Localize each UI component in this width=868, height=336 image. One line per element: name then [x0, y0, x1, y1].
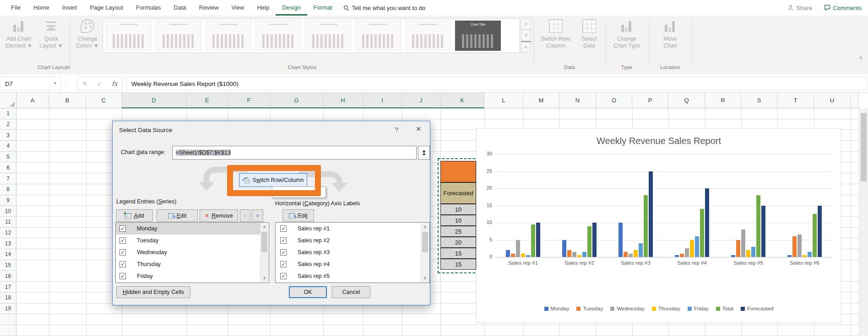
- chart-style-thumbnail[interactable]: [355, 21, 401, 51]
- tab-home[interactable]: Home: [27, 0, 56, 16]
- chart-style-thumbnail[interactable]: Chart Title: [455, 21, 501, 51]
- column-header-O[interactable]: O: [596, 93, 632, 108]
- axis-item-sales-rep-3[interactable]: ✓Sales rep #3: [276, 246, 426, 258]
- row-header-19[interactable]: 19: [0, 304, 16, 315]
- bar-total-4[interactable]: [700, 209, 704, 257]
- series-item-tuesday[interactable]: ✓Tuesday: [116, 235, 264, 246]
- bar-tuesday-1[interactable]: [511, 254, 515, 257]
- chart-style-thumbnail[interactable]: [255, 21, 301, 51]
- column-header-K[interactable]: K: [440, 93, 484, 108]
- row-header-11[interactable]: 11: [0, 217, 16, 228]
- checkbox-checked[interactable]: ✓: [280, 237, 287, 244]
- bar-total-6[interactable]: [813, 214, 817, 257]
- cancel-entry-icon[interactable]: ✕: [82, 80, 87, 87]
- column-header-E[interactable]: E: [186, 93, 228, 108]
- gallery-scroll-up-button[interactable]: ∧: [521, 18, 531, 30]
- edit-series-button[interactable]: ✎ Edit: [157, 209, 198, 222]
- series-item-monday[interactable]: ✓Monday: [116, 223, 264, 235]
- gallery-scroll-down-button[interactable]: ∨: [521, 30, 531, 41]
- column-header-T[interactable]: T: [777, 93, 814, 108]
- ok-button[interactable]: OK: [289, 286, 327, 298]
- bar-total-3[interactable]: [644, 195, 648, 257]
- series-item-thursday[interactable]: ✓Thursday: [116, 258, 264, 270]
- remove-series-button[interactable]: ✕ Remove: [200, 209, 238, 222]
- chart-styles-gallery[interactable]: Chart Title: [103, 18, 520, 53]
- bar-monday-5[interactable]: [731, 255, 735, 257]
- tab-help[interactable]: Help: [250, 0, 276, 16]
- bar-monday-6[interactable]: [787, 255, 792, 257]
- move-series-up-button[interactable]: ∧: [240, 209, 250, 222]
- name-box[interactable]: D7 ▼: [0, 77, 61, 91]
- chart-legend[interactable]: MondayTuesdayWednesdayThursdayFridayTota…: [477, 306, 841, 311]
- column-header-A[interactable]: A: [16, 93, 49, 108]
- chart-style-thumbnail[interactable]: [106, 21, 152, 51]
- checkbox-checked[interactable]: ✓: [119, 225, 126, 232]
- cancel-button[interactable]: Cancel: [332, 286, 370, 298]
- scrollbar-thumb[interactable]: [422, 232, 428, 252]
- column-header-M[interactable]: M: [523, 93, 559, 108]
- bar-tuesday-6[interactable]: [792, 236, 797, 257]
- bar-wednesday-3[interactable]: [629, 254, 633, 257]
- ribbon-switch-row-column-button[interactable]: Switch Row/Column: [537, 18, 575, 64]
- row-header-10[interactable]: 10: [0, 206, 16, 217]
- bar-thursday-4[interactable]: [690, 240, 694, 257]
- row-header-blank[interactable]: [0, 325, 16, 336]
- ribbon-change-chart-type-button[interactable]: ChangeChart Type: [608, 18, 646, 64]
- bar-friday-1[interactable]: [526, 255, 530, 257]
- column-header-J[interactable]: J: [402, 93, 440, 108]
- gallery-more-button[interactable]: ∨: [521, 41, 531, 53]
- bar-friday-5[interactable]: [751, 247, 755, 257]
- insert-function-icon[interactable]: fx: [112, 80, 118, 87]
- bar-thursday-5[interactable]: [746, 250, 750, 257]
- list-scrollbar[interactable]: ∧∨: [421, 223, 429, 282]
- formula-input[interactable]: Weekly Revenue Sales Report ($1000): [126, 77, 867, 91]
- row-header-17[interactable]: 17: [0, 282, 16, 293]
- column-header-B[interactable]: B: [49, 93, 86, 108]
- checkbox-checked[interactable]: ✓: [280, 273, 287, 279]
- bar-wednesday-6[interactable]: [797, 235, 802, 257]
- column-header-P[interactable]: P: [632, 93, 668, 108]
- move-series-down-button[interactable]: ∨: [252, 209, 263, 222]
- ribbon-change-colors-button[interactable]: ChangeColors ▼: [74, 18, 101, 64]
- column-header-H[interactable]: H: [323, 93, 363, 108]
- dialog-help-icon[interactable]: ?: [391, 126, 402, 133]
- tab-page-layout[interactable]: Page Layout: [83, 0, 130, 16]
- row-header-13[interactable]: 13: [0, 238, 16, 249]
- chart-object[interactable]: Weekly Revenue Sales Report 051015202530…: [476, 128, 841, 323]
- column-header-Q[interactable]: Q: [668, 93, 705, 108]
- bar-monday-2[interactable]: [562, 240, 566, 257]
- sheet-vertical-scrollbar[interactable]: [859, 108, 868, 336]
- hidden-empty-cells-button[interactable]: Hidden and Empty Cells: [116, 286, 190, 298]
- legend-item-monday[interactable]: Monday: [544, 306, 570, 311]
- bar-wednesday-4[interactable]: [685, 248, 689, 257]
- bar-monday-3[interactable]: [618, 223, 623, 257]
- column-header-D[interactable]: D: [122, 93, 186, 108]
- legend-item-total[interactable]: Total: [716, 306, 733, 311]
- row-header-2[interactable]: 2: [0, 119, 16, 130]
- axis-item-sales-rep-2[interactable]: ✓Sales rep #2: [276, 235, 426, 246]
- row-header-9[interactable]: 9: [0, 195, 16, 206]
- ribbon-quick-layout-button[interactable]: QuickLayout ▼: [38, 18, 64, 64]
- row-header-1[interactable]: 1: [0, 108, 16, 119]
- row-header-18[interactable]: 18: [0, 293, 16, 304]
- column-header-S[interactable]: S: [741, 93, 777, 108]
- checkbox-checked[interactable]: ✓: [119, 261, 126, 267]
- row-header-3[interactable]: 3: [0, 130, 16, 141]
- checkbox-checked[interactable]: ✓: [119, 249, 126, 256]
- bar-friday-6[interactable]: [808, 252, 812, 257]
- bar-friday-2[interactable]: [582, 252, 586, 257]
- axis-item-sales-rep-4[interactable]: ✓Sales rep #4: [276, 258, 426, 270]
- chart-style-thumbnail[interactable]: [206, 21, 251, 51]
- checkbox-checked[interactable]: ✓: [280, 249, 287, 256]
- column-header-U[interactable]: U: [814, 93, 851, 108]
- scroll-down-icon[interactable]: ∨: [260, 274, 268, 282]
- chart-data-range-input[interactable]: =Sheet1!$D$7:$K$13: [172, 146, 417, 160]
- bar-forecasted-2[interactable]: [592, 223, 597, 257]
- ribbon-select-data-button[interactable]: SelectData: [576, 18, 602, 64]
- bar-forecasted-3[interactable]: [649, 171, 653, 257]
- ribbon-collapse-icon[interactable]: ∧: [859, 55, 863, 60]
- switch-row-column-button[interactable]: Switch Row/Column: [239, 173, 307, 187]
- bar-total-2[interactable]: [587, 226, 591, 257]
- scrollbar-thumb[interactable]: [861, 113, 867, 181]
- bar-tuesday-2[interactable]: [567, 250, 571, 257]
